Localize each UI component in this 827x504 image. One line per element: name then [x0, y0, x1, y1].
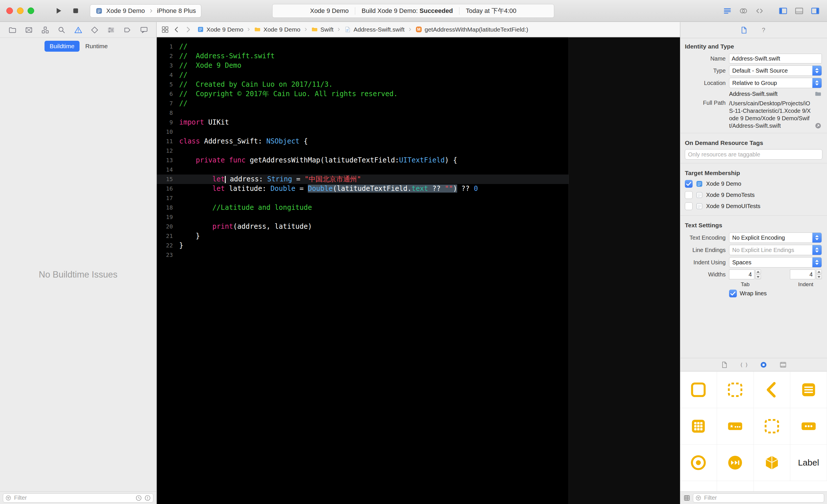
line-number[interactable]: 6 — [157, 89, 173, 99]
debug-navigator-icon[interactable] — [106, 24, 116, 35]
view-object[interactable] — [680, 372, 717, 408]
text-field-object[interactable] — [717, 408, 754, 445]
version-editor-icon[interactable] — [754, 6, 765, 16]
line-number[interactable]: 4 — [157, 70, 173, 80]
navigator-panel-icon[interactable] — [778, 6, 788, 16]
line-number[interactable]: 14 — [157, 165, 173, 174]
cube-object[interactable] — [754, 445, 790, 481]
line-number[interactable]: 8 — [157, 108, 173, 118]
line-number[interactable]: 1 — [157, 42, 173, 51]
stepper-down-icon[interactable] — [755, 275, 761, 279]
type-popup[interactable]: Default - Swift Source — [729, 65, 822, 76]
line-number[interactable]: 13 — [157, 156, 173, 165]
file-inspector-tab-icon[interactable] — [739, 26, 748, 35]
buildtime-tab[interactable]: Buildtime — [45, 41, 80, 52]
quick-help-tab-icon[interactable]: ? — [759, 26, 768, 35]
line-number[interactable]: 16 — [157, 184, 173, 194]
choose-location-folder-icon[interactable] — [814, 90, 822, 98]
stepper-up-icon[interactable] — [816, 269, 822, 274]
library-filter-field[interactable] — [693, 493, 824, 503]
navigator-filter-field[interactable] — [3, 493, 153, 503]
breadcrumb-item[interactable]: Address-Swift.swift — [344, 26, 404, 33]
report-navigator-icon[interactable] — [138, 24, 149, 35]
library-filter-input[interactable] — [703, 494, 822, 501]
collection-view-object[interactable] — [680, 408, 717, 445]
runtime-tab[interactable]: Runtime — [81, 41, 112, 52]
forward-button[interactable] — [184, 25, 192, 34]
line-number[interactable]: 5 — [157, 80, 173, 89]
tab-width-stepper[interactable] — [755, 269, 761, 279]
code-snippet-library-icon[interactable]: { } — [740, 360, 748, 369]
line-number[interactable]: 10 — [157, 127, 173, 137]
line-number[interactable]: 19 — [157, 212, 173, 222]
wrap-lines-checkbox[interactable] — [729, 290, 737, 297]
project-navigator-icon[interactable] — [7, 24, 18, 35]
stepper-down-icon[interactable] — [816, 275, 822, 279]
recent-issues-icon[interactable] — [135, 495, 142, 501]
minimize-button[interactable] — [17, 7, 23, 14]
location-popup[interactable]: Relative to Group — [729, 78, 822, 88]
line-number[interactable]: 17 — [157, 194, 173, 203]
scheme-project[interactable]: Xode 9 Demo — [106, 7, 145, 15]
line-number[interactable]: 11 — [157, 137, 173, 146]
back-button[interactable] — [172, 25, 181, 34]
line-number[interactable]: 7 — [157, 99, 173, 108]
errors-only-icon[interactable] — [144, 495, 151, 501]
breadcrumb-item[interactable]: MgetAddressWithMap(latitudeTextField:) — [415, 26, 528, 33]
target-checkbox[interactable] — [685, 191, 693, 199]
target-checkbox[interactable] — [685, 202, 693, 210]
target-checkbox[interactable] — [685, 180, 693, 188]
dashed-view-object[interactable] — [680, 481, 717, 491]
stepper-up-icon[interactable] — [755, 269, 761, 274]
scheme-device[interactable]: iPhone 8 Plus — [157, 7, 196, 15]
run-button[interactable] — [51, 3, 66, 18]
back-chevron-object[interactable] — [754, 372, 790, 408]
table-view-object[interactable] — [790, 372, 827, 408]
breakpoint-navigator-icon[interactable] — [122, 24, 133, 35]
close-button[interactable] — [6, 7, 13, 14]
line-number[interactable]: 3 — [157, 61, 173, 70]
label-object[interactable]: Label — [790, 445, 827, 481]
resource-tags-input[interactable] — [685, 149, 822, 160]
line-number[interactable]: 23 — [157, 250, 173, 260]
test-navigator-icon[interactable] — [89, 24, 100, 35]
tab-width-field[interactable]: 4 — [729, 269, 755, 279]
stop-button[interactable] — [68, 3, 83, 18]
line-number[interactable]: 18 — [157, 203, 173, 212]
find-navigator-icon[interactable] — [56, 24, 67, 35]
code-editor[interactable]: 1//2// Address-Swift.swift3// Xode 9 Dem… — [157, 37, 680, 504]
line-number[interactable]: 15 — [157, 174, 173, 184]
source-control-navigator-icon[interactable] — [23, 24, 34, 35]
ellipsis-object[interactable] — [790, 408, 827, 445]
assistant-editor-icon[interactable] — [738, 6, 749, 16]
text-encoding-popup[interactable]: No Explicit Encoding — [729, 233, 822, 243]
file-template-library-icon[interactable] — [720, 360, 729, 369]
indent-width-field[interactable]: 4 — [790, 269, 815, 279]
symbol-navigator-icon[interactable] — [40, 24, 51, 35]
debug-panel-icon[interactable] — [794, 6, 805, 16]
indent-using-popup[interactable]: Spaces — [729, 257, 822, 267]
standard-editor-icon[interactable] — [722, 6, 733, 16]
library-view-mode-icon[interactable] — [683, 494, 691, 502]
page-control-object[interactable] — [680, 445, 717, 481]
issue-navigator-icon[interactable] — [72, 24, 84, 35]
name-field[interactable] — [729, 54, 822, 63]
line-number[interactable]: 22 — [157, 241, 173, 250]
line-number[interactable]: 9 — [157, 118, 173, 127]
reveal-path-arrow-icon[interactable] — [814, 122, 822, 130]
navigator-filter-input[interactable] — [13, 494, 133, 501]
breadcrumb-item[interactable]: Xode 9 Demo — [254, 26, 300, 33]
breadcrumb-item[interactable]: Swift — [311, 26, 334, 33]
dashed-view-object[interactable] — [717, 372, 754, 408]
line-number[interactable]: 12 — [157, 146, 173, 156]
object-library-icon[interactable] — [759, 360, 768, 369]
line-number[interactable]: 2 — [157, 51, 173, 61]
av-player-object[interactable] — [717, 445, 754, 481]
indent-width-stepper[interactable] — [816, 269, 822, 279]
zoom-button[interactable] — [28, 7, 34, 14]
scheme-selector[interactable]: Xode 9 Demo iPhone 8 Plus — [90, 4, 201, 17]
line-number[interactable]: 20 — [157, 222, 173, 231]
breadcrumb-item[interactable]: Xode 9 Demo — [197, 26, 243, 33]
dashed-view-object[interactable] — [754, 408, 790, 445]
line-number[interactable]: 21 — [157, 231, 173, 241]
